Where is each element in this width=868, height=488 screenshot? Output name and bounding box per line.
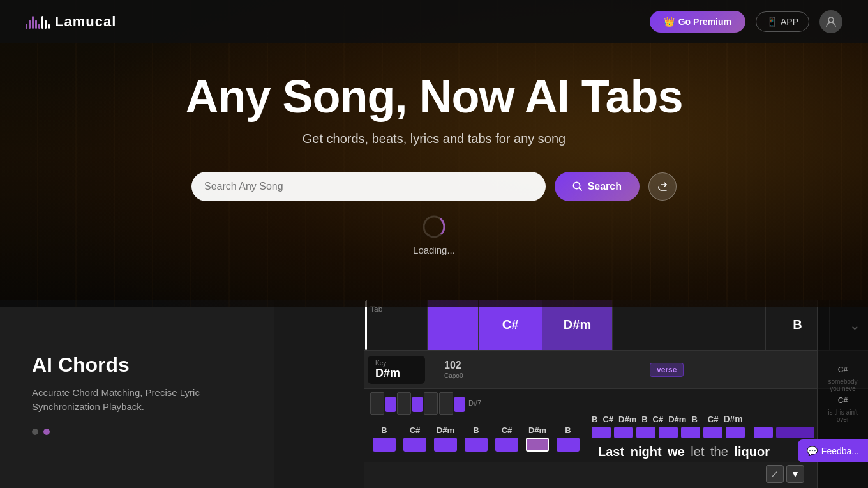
- premium-label: Go Premium: [678, 17, 731, 27]
- feedback-label: Feedba...: [821, 446, 859, 456]
- verse-badge: verse: [650, 363, 684, 377]
- block-Csharp3: [754, 427, 773, 438]
- chord-cell-empty2: [613, 300, 689, 350]
- mini-chord-B2: B: [462, 425, 490, 452]
- block-B2: [659, 427, 678, 438]
- dot-2: [43, 429, 50, 435]
- wave-bar-2: [29, 20, 31, 29]
- block-B1: [592, 427, 611, 438]
- wave-bar-4: [35, 20, 37, 29]
- chlabel-Dsharpm3: D#m: [723, 415, 742, 424]
- wave-bar-5: [38, 24, 40, 29]
- piano-key-6: [439, 392, 453, 415]
- app-label: APP: [781, 17, 798, 27]
- hero-subtitle: Get chords, beats, lyrics and tabs for a…: [303, 132, 565, 146]
- chlabel-Csharp2: C#: [653, 415, 664, 424]
- chord-timeline: Tab C# D#m: [364, 300, 868, 351]
- loading-area: Loading...: [413, 214, 455, 255]
- key-value: D#m: [375, 367, 417, 380]
- logo-area: Lamucal: [26, 13, 116, 30]
- capo-value: Capo0: [444, 372, 463, 379]
- mini-chord-Csharp2: C#: [493, 425, 521, 452]
- scroll-down-button[interactable]: ▼: [786, 465, 804, 483]
- logo-waves-icon: [26, 15, 50, 29]
- chord-label-b: B: [793, 317, 802, 332]
- search-area: Search: [191, 172, 677, 201]
- user-icon: [825, 16, 837, 27]
- search-button[interactable]: Search: [555, 172, 640, 201]
- svg-line-2: [579, 188, 581, 191]
- wave-bar-6: [41, 16, 43, 29]
- block-Csharp1: [614, 427, 633, 438]
- lyric-liquor: liquor: [731, 445, 770, 459]
- chord-mid-row: Key D#m 102 Capo0 verse: [364, 351, 868, 389]
- side-chord-2: C#: [824, 396, 862, 405]
- user-avatar[interactable]: [819, 10, 842, 33]
- feedback-icon: 💬: [807, 446, 818, 456]
- go-premium-button[interactable]: 👑 Go Premium: [650, 11, 745, 33]
- chlabel-B3: B: [691, 415, 697, 424]
- side-desc-1: somebody you neve: [824, 378, 862, 392]
- left-panel: AI Chords Accurate Chord Matching, Preci…: [0, 300, 274, 488]
- mini-chord-B1: B: [370, 425, 398, 452]
- lyric-we: we: [664, 445, 685, 459]
- ai-chords-title: AI Chords: [32, 353, 243, 377]
- piano-row: D#7: [364, 389, 868, 415]
- chlabel-Csharp3: C#: [708, 415, 719, 424]
- search-input[interactable]: [191, 172, 546, 201]
- chord-cell-dsharp: D#m: [542, 300, 613, 350]
- bpm-value: 102: [444, 360, 463, 371]
- chord-label-dsharp: D#m: [564, 317, 591, 332]
- lyric-the: the: [707, 445, 728, 459]
- scroll-up-button[interactable]: [766, 465, 784, 483]
- logo-text: Lamucal: [55, 13, 116, 30]
- mini-chord-Dsharpm2: D#m: [523, 425, 551, 452]
- bottom-section: AI Chords Accurate Chord Matching, Preci…: [0, 300, 868, 488]
- feedback-button[interactable]: 💬 Feedba...: [798, 439, 868, 462]
- chord-viewer: Tab C# D#m: [364, 300, 868, 488]
- block-B3: [726, 427, 745, 438]
- chord-cell-1: [428, 300, 479, 350]
- block-Dsharpm3: [776, 427, 814, 438]
- chlabel-B: B: [592, 415, 597, 424]
- chlabel-Dsharpm: D#m: [618, 415, 636, 424]
- side-desc-2: is this ain't over: [824, 409, 862, 423]
- mini-chord-Dsharpm1: D#m: [431, 425, 460, 452]
- block-Csharp2: [681, 427, 700, 438]
- loading-spinner-wrap: [421, 214, 447, 240]
- piano-key-3: [397, 392, 411, 415]
- piano-key-2-black: [385, 397, 396, 412]
- hero-section: Any Song, Now AI Tabs Get chords, beats,…: [0, 0, 868, 307]
- chord-cell-csharp: C#: [479, 300, 542, 350]
- side-content: C# somebody you neve C# is this ain't ov…: [824, 365, 862, 423]
- wave-bar-7: [45, 20, 47, 29]
- mini-chord-B3: B: [554, 425, 582, 452]
- chord-mid-instrument: Key D#m: [368, 356, 425, 384]
- navbar: Lamucal 👑 Go Premium 📱 APP: [0, 0, 868, 43]
- chord-meta: 102 Capo0: [444, 360, 463, 379]
- hero-title: Any Song, Now AI Tabs: [185, 70, 682, 123]
- piano-key-4-black: [412, 397, 423, 412]
- chord-bottom-strip: B C# D#m B: [364, 415, 868, 462]
- search-icon: [572, 181, 583, 192]
- block-Dsharpm1: [636, 427, 655, 438]
- wave-bar-3: [32, 16, 34, 29]
- loading-arc-icon: [421, 214, 447, 240]
- chlabel-B2: B: [641, 415, 647, 424]
- hero-content: Any Song, Now AI Tabs Get chords, beats,…: [0, 70, 868, 255]
- chlabel-Dsharpm2: D#m: [668, 415, 686, 424]
- right-panel: Tab C# D#m: [274, 300, 868, 488]
- dsharplow-label: D#7: [468, 399, 481, 407]
- pencil-icon: [771, 470, 779, 478]
- crown-icon: 👑: [664, 17, 675, 27]
- share-icon: [657, 181, 668, 192]
- share-button[interactable]: [648, 172, 677, 201]
- block-Dsharpm2: [703, 427, 722, 438]
- lyric-night: night: [627, 445, 661, 459]
- svg-point-0: [828, 17, 834, 22]
- lyric-let: let: [687, 445, 705, 459]
- piano-key-1: [370, 392, 384, 415]
- key-label: Key: [375, 360, 417, 367]
- app-button[interactable]: 📱 APP: [756, 11, 809, 32]
- wave-bar-8: [48, 24, 50, 29]
